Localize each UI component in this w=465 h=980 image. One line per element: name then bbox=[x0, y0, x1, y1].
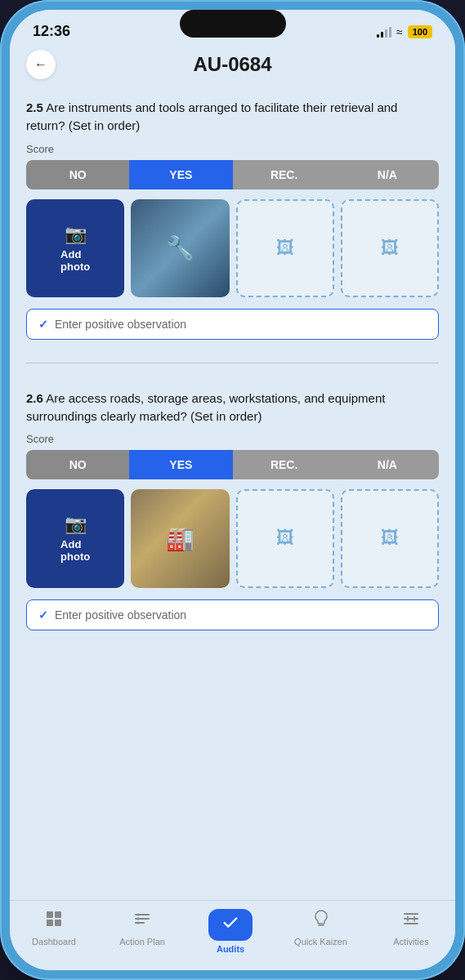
photo-placeholder-1-1[interactable]: 🖼 bbox=[236, 199, 334, 297]
photo-thumb-1-1: 🔧 bbox=[131, 199, 229, 297]
page-title: AU-0684 bbox=[193, 53, 271, 76]
question-1-text: 2.5 Are instruments and tools arranged t… bbox=[26, 99, 439, 135]
photo-grid-1: 📷 Addphoto 🔧 🖼 🖼 bbox=[26, 199, 439, 297]
score-buttons-1: NO YES REC. N/A bbox=[26, 160, 439, 189]
nav-actionplan[interactable]: Action Plan bbox=[118, 909, 167, 947]
dashboard-icon-wrapper bbox=[44, 909, 64, 933]
status-icons: ≈ 100 bbox=[377, 25, 432, 38]
svg-point-7 bbox=[137, 914, 140, 916]
audits-icon bbox=[221, 914, 239, 936]
question-2-number: 2.6 bbox=[26, 391, 43, 405]
score-label-1: Score bbox=[26, 143, 439, 155]
image-placeholder-icon-4: 🖼 bbox=[381, 528, 399, 549]
battery-indicator: 100 bbox=[408, 25, 432, 38]
photo-placeholder-2-1[interactable]: 🖼 bbox=[236, 489, 334, 587]
question-block-2: 2.6 Are access roads, storage areas, wor… bbox=[26, 376, 439, 663]
add-photo-label-1: Addphoto bbox=[60, 248, 90, 273]
obs-placeholder-2: Enter positive observation bbox=[55, 608, 186, 621]
score-na-2[interactable]: N/A bbox=[336, 450, 439, 479]
quickkaizen-icon bbox=[311, 909, 331, 933]
question-2-text: 2.6 Are access roads, storage areas, wor… bbox=[26, 390, 439, 425]
back-arrow-icon: ← bbox=[34, 57, 47, 72]
score-no-2[interactable]: NO bbox=[26, 450, 129, 479]
score-rec-1[interactable]: REC. bbox=[233, 160, 336, 189]
add-photo-button-2[interactable]: 📷 Addphoto bbox=[26, 489, 124, 587]
nav-actionplan-label: Action Plan bbox=[119, 937, 165, 947]
photo-grid-2: 📷 Addphoto 🏭 🖼 🖼 bbox=[26, 489, 439, 587]
obs-check-icon-1: ✓ bbox=[38, 318, 48, 331]
svg-rect-3 bbox=[55, 920, 61, 926]
app-header: ← AU-0684 bbox=[10, 47, 455, 86]
scroll-content: 2.5 Are instruments and tools arranged t… bbox=[10, 86, 455, 900]
question-1-number: 2.5 bbox=[26, 100, 43, 114]
score-yes-2[interactable]: YES bbox=[129, 450, 232, 479]
back-button[interactable]: ← bbox=[26, 50, 56, 79]
observation-input-2[interactable]: ✓ Enter positive observation bbox=[26, 599, 439, 630]
photo-factory-image: 🏭 bbox=[131, 489, 229, 587]
nav-dashboard[interactable]: Dashboard bbox=[29, 909, 78, 947]
score-na-1[interactable]: N/A bbox=[336, 160, 439, 189]
nav-dashboard-label: Dashboard bbox=[32, 937, 76, 947]
photo-thumb-2-1: 🏭 bbox=[131, 489, 229, 587]
bottom-nav: Dashboard Action Plan bbox=[10, 900, 455, 970]
svg-rect-1 bbox=[55, 911, 61, 918]
actionplan-icon-wrapper bbox=[132, 909, 152, 933]
score-label-2: Score bbox=[26, 433, 439, 445]
camera-icon-2: 📷 bbox=[65, 514, 87, 535]
add-photo-label-2: Addphoto bbox=[60, 538, 90, 563]
nav-quickkaizen-label: Quick Kaizen bbox=[294, 937, 347, 947]
score-yes-1[interactable]: YES bbox=[129, 160, 232, 189]
signal-icon bbox=[377, 26, 391, 38]
nav-activities[interactable]: Activities bbox=[387, 909, 436, 947]
nav-activities-label: Activities bbox=[393, 937, 428, 947]
wifi-icon: ≈ bbox=[396, 25, 403, 38]
activities-icon-wrapper bbox=[401, 909, 421, 933]
photo-placeholder-2-2[interactable]: 🖼 bbox=[341, 489, 439, 587]
svg-rect-2 bbox=[47, 920, 53, 926]
nav-quickkaizen[interactable]: Quick Kaizen bbox=[294, 909, 347, 947]
question-block-1: 2.5 Are instruments and tools arranged t… bbox=[26, 86, 439, 356]
obs-check-icon-2: ✓ bbox=[38, 608, 48, 621]
image-placeholder-icon-3: 🖼 bbox=[276, 528, 294, 549]
phone-screen: 12:36 ≈ 100 ← AU-0684 2.5 Are instrum bbox=[10, 10, 455, 970]
photo-placeholder-1-2[interactable]: 🖼 bbox=[341, 199, 439, 297]
notch bbox=[180, 10, 286, 38]
nav-audits[interactable]: Audits bbox=[206, 909, 255, 954]
nav-audits-label: Audits bbox=[217, 944, 244, 954]
score-rec-2[interactable]: REC. bbox=[233, 450, 336, 479]
phone-frame: 12:36 ≈ 100 ← AU-0684 2.5 Are instrum bbox=[0, 0, 465, 980]
obs-placeholder-1: Enter positive observation bbox=[55, 318, 186, 331]
divider-1 bbox=[26, 363, 439, 363]
actionplan-icon bbox=[132, 909, 152, 933]
audits-icon-wrapper bbox=[208, 909, 253, 941]
activities-icon bbox=[401, 909, 421, 933]
observation-input-1[interactable]: ✓ Enter positive observation bbox=[26, 309, 439, 340]
dashboard-icon bbox=[44, 909, 64, 933]
status-time: 12:36 bbox=[33, 23, 70, 40]
add-photo-button-1[interactable]: 📷 Addphoto bbox=[26, 199, 124, 297]
camera-icon-1: 📷 bbox=[65, 224, 87, 245]
image-placeholder-icon: 🖼 bbox=[276, 238, 294, 259]
quickkaizen-icon-wrapper bbox=[311, 909, 331, 933]
score-buttons-2: NO YES REC. N/A bbox=[26, 450, 439, 479]
svg-point-8 bbox=[137, 918, 140, 920]
image-placeholder-icon-2: 🖼 bbox=[381, 238, 399, 259]
photo-wrench-image: 🔧 bbox=[131, 199, 229, 297]
score-no-1[interactable]: NO bbox=[26, 160, 129, 189]
svg-rect-0 bbox=[47, 911, 53, 918]
svg-point-9 bbox=[137, 922, 140, 924]
